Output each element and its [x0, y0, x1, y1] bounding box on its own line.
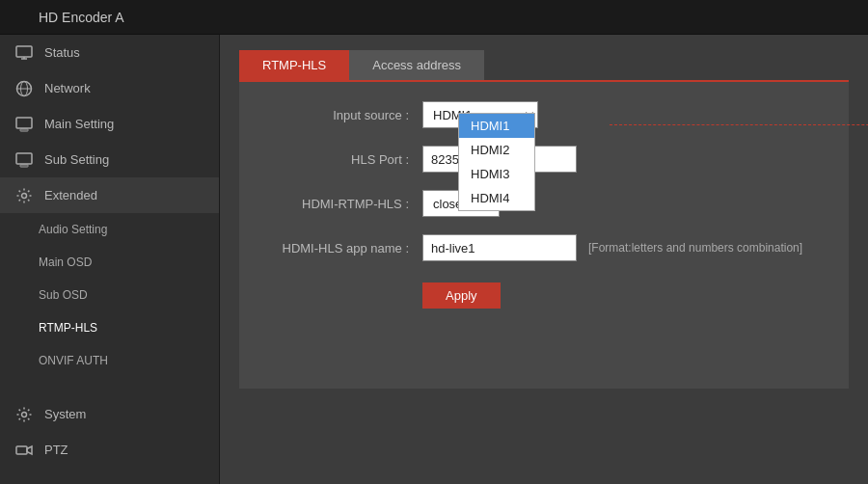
apply-button-label: Apply — [446, 288, 477, 303]
sidebar-item-main-setting[interactable]: Main Setting — [0, 106, 219, 142]
sidebar-item-extended-label: Extended — [44, 188, 97, 202]
form-row-apply: Apply — [268, 279, 820, 309]
hdmi-hls-app-name-input[interactable] — [422, 234, 577, 261]
svg-point-11 — [22, 412, 27, 417]
app-title: HD Encoder A — [39, 10, 124, 25]
globe-icon — [14, 78, 35, 99]
svg-point-10 — [22, 193, 27, 198]
gear-icon — [14, 185, 35, 206]
form-area: HDMI1 HDMI2 HDMI3 HDMI4 Input source : H… — [239, 80, 849, 389]
dropdown-option-hdmi1[interactable]: HDMI1 — [459, 114, 534, 138]
sidebar-sub-item-rtmp-hls-label: RTMP-HLS — [39, 321, 97, 335]
form-row-hls-port: HLS Port : — [268, 146, 820, 173]
tabs: RTMP-HLS Access address — [239, 50, 849, 80]
sidebar-item-system[interactable]: System — [0, 396, 219, 432]
form-row-hdmi-hls-app-name: HDMI-HLS app name : [Format:letters and … — [268, 234, 820, 261]
svg-rect-0 — [16, 46, 32, 57]
tab-access-address-label: Access address — [372, 58, 461, 72]
monitor-icon — [14, 42, 35, 64]
sidebar-item-status[interactable]: Status — [0, 35, 219, 70]
tab-rtmp-hls[interactable]: RTMP-HLS — [239, 50, 349, 80]
hdmi-hls-app-name-hint: [Format:letters and numbers combination] — [588, 241, 802, 255]
sidebar-item-extended[interactable]: Extended — [0, 177, 219, 213]
sidebar-sub-item-onvif-auth-label: ONVIF AUTH — [39, 354, 108, 367]
camera-icon — [14, 440, 35, 461]
sidebar-sub-item-rtmp-hls[interactable]: RTMP-HLS — [0, 311, 219, 344]
sidebar-item-main-setting-label: Main Setting — [44, 117, 114, 131]
apply-button[interactable]: Apply — [422, 282, 501, 309]
hls-port-label: HLS Port : — [268, 152, 422, 167]
form-row-hdmi-rtmp-hls: HDMI-RTMP-HLS : close open — [268, 190, 820, 217]
dropdown-option-hdmi2[interactable]: HDMI2 — [459, 138, 534, 162]
sidebar-sub-item-main-osd[interactable]: Main OSD — [0, 246, 219, 279]
main-layout: Status Network Main Setting — [0, 35, 868, 484]
dropdown-option-hdmi3[interactable]: HDMI3 — [459, 162, 534, 186]
content-area: RTMP-HLS Access address HDMI1 HDMI2 HDMI… — [220, 35, 868, 484]
gear2-icon — [14, 404, 35, 425]
display2-icon — [14, 149, 35, 171]
sidebar-item-system-label: System — [44, 407, 86, 421]
hdmi-hls-app-name-label: HDMI-HLS app name : — [268, 241, 422, 255]
tab-access-address[interactable]: Access address — [349, 50, 484, 80]
sidebar-sub-item-onvif-auth[interactable]: ONVIF AUTH — [0, 344, 219, 377]
sidebar-item-ptz[interactable]: PTZ — [0, 432, 219, 468]
sidebar-sub-item-sub-osd[interactable]: Sub OSD — [0, 279, 219, 311]
sidebar-item-network-label: Network — [44, 81, 91, 95]
sidebar-sub-item-sub-osd-label: Sub OSD — [39, 288, 88, 302]
dashed-indicator — [610, 124, 868, 125]
sidebar-item-ptz-label: PTZ — [44, 443, 68, 457]
svg-rect-9 — [20, 165, 28, 167]
sidebar-sub-item-main-osd-label: Main OSD — [39, 255, 92, 269]
display-icon — [14, 114, 35, 135]
sidebar-item-sub-setting-label: Sub Setting — [44, 152, 109, 167]
title-bar: HD Encoder A — [0, 0, 868, 35]
hdmi-rtmp-hls-label: HDMI-RTMP-HLS : — [268, 197, 422, 211]
svg-rect-7 — [20, 129, 28, 131]
sidebar-item-status-label: Status — [44, 45, 80, 60]
svg-rect-6 — [16, 118, 32, 128]
svg-rect-8 — [16, 153, 32, 164]
sidebar-item-sub-setting[interactable]: Sub Setting — [0, 142, 219, 177]
tab-rtmp-hls-label: RTMP-HLS — [262, 58, 326, 72]
sidebar: Status Network Main Setting — [0, 35, 220, 484]
input-source-dropdown[interactable]: HDMI1 HDMI2 HDMI3 HDMI4 — [458, 113, 535, 211]
input-source-label: Input source : — [268, 108, 422, 122]
sidebar-sub-item-audio-setting[interactable]: Audio Setting — [0, 213, 219, 246]
svg-rect-12 — [16, 446, 27, 454]
sidebar-item-network[interactable]: Network — [0, 70, 219, 106]
sidebar-sub-item-audio-label: Audio Setting — [39, 223, 107, 236]
dropdown-option-hdmi4[interactable]: HDMI4 — [459, 186, 534, 210]
